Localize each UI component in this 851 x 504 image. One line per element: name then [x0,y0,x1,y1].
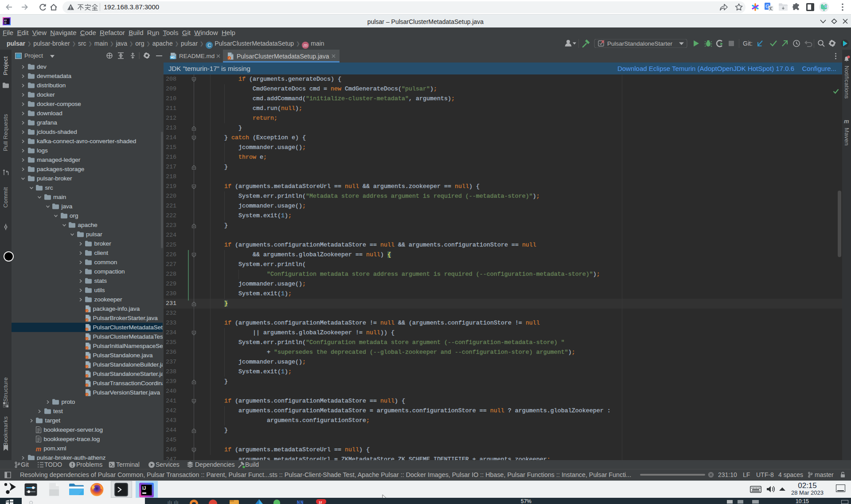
svg-text:PulsarStandaloneStarter: PulsarStandaloneStarter [607,40,673,47]
svg-text:Git:: Git: [743,40,753,47]
svg-text:IJ: IJ [142,486,146,491]
svg-text:MD: MD [171,56,175,59]
svg-text:J: J [86,393,87,396]
svg-text:J: J [86,347,87,349]
svg-text:J: J [86,356,87,359]
svg-text:J: J [229,57,230,59]
svg-text:IJ: IJ [4,19,7,22]
svg-text:J: J [86,365,87,368]
svg-text:J: J [86,328,87,331]
svg-text:J: J [86,319,87,321]
svg-text:J: J [86,375,87,377]
svg-text:J: J [86,309,87,312]
svg-text:J: J [86,337,87,340]
svg-text:J: J [86,384,87,387]
